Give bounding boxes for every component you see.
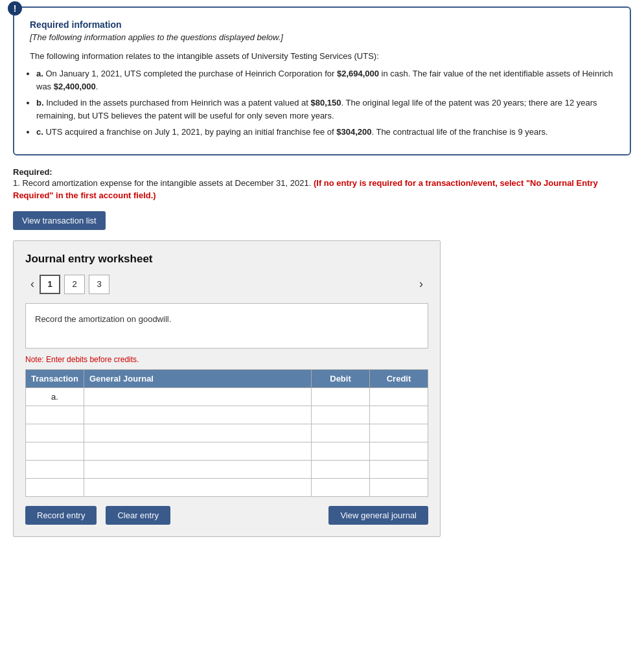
prev-tab-button[interactable]: ‹ (25, 276, 40, 292)
required-instruction: 1. Record amortization expense for the i… (13, 177, 631, 202)
debit-input-5[interactable] (312, 461, 369, 478)
tab-2[interactable]: 2 (64, 275, 85, 294)
transaction-cell-a: a. (26, 387, 84, 406)
table-row (26, 442, 428, 460)
tab-navigation: ‹ 1 2 3 › (25, 275, 428, 294)
col-header-credit: Credit (370, 369, 428, 387)
credit-cell-3[interactable] (370, 424, 428, 442)
debit-cell-5[interactable] (312, 460, 370, 478)
info-icon: ! (8, 1, 22, 16)
debit-input-2[interactable] (312, 406, 369, 424)
button-row: Record entry Clear entry View general jo… (25, 506, 428, 525)
tab-1[interactable]: 1 (40, 275, 60, 294)
general-journal-cell-1[interactable] (84, 387, 312, 406)
journal-worksheet: Journal entry worksheet ‹ 1 2 3 › Record… (13, 240, 441, 537)
info-subtitle: [The following information applies to th… (30, 32, 614, 42)
info-title: Required information (30, 19, 614, 30)
description-text: Record the amortization on goodwill. (35, 314, 171, 324)
info-list: a. On January 1, 2021, UTS completed the… (36, 67, 614, 139)
transaction-cell-2 (26, 406, 84, 424)
credit-cell-5[interactable] (370, 460, 428, 478)
general-journal-input-2[interactable] (84, 406, 311, 424)
tab-3[interactable]: 3 (89, 275, 109, 294)
credit-input-1[interactable] (370, 388, 428, 406)
table-row (26, 406, 428, 424)
instruction-text: 1. Record amortization expense for the i… (13, 178, 314, 188)
transaction-cell-4 (26, 442, 84, 460)
debit-cell-3[interactable] (312, 424, 370, 442)
col-header-transaction: Transaction (26, 369, 84, 387)
credit-input-3[interactable] (370, 424, 428, 442)
note-text: Note: Enter debits before credits. (25, 355, 428, 364)
table-row (26, 478, 428, 496)
debit-cell-2[interactable] (312, 406, 370, 424)
view-transaction-list-button[interactable]: View transaction list (13, 211, 106, 230)
credit-cell-1[interactable] (370, 387, 428, 406)
list-item-a: a. On January 1, 2021, UTS completed the… (36, 67, 614, 93)
credit-cell-4[interactable] (370, 442, 428, 460)
table-row (26, 460, 428, 478)
general-journal-input-6[interactable] (84, 479, 311, 496)
general-journal-input-4[interactable] (84, 442, 311, 460)
credit-cell-6[interactable] (370, 478, 428, 496)
debit-cell-4[interactable] (312, 442, 370, 460)
debit-input-6[interactable] (312, 479, 369, 496)
general-journal-cell-6[interactable] (84, 478, 312, 496)
credit-input-2[interactable] (370, 406, 428, 424)
description-box: Record the amortization on goodwill. (25, 303, 428, 349)
next-tab-button[interactable]: › (414, 276, 428, 292)
debit-cell-6[interactable] (312, 478, 370, 496)
table-row: a. (26, 387, 428, 406)
list-item-b: b. Included in the assets purchased from… (36, 97, 614, 122)
info-intro: The following information relates to the… (30, 51, 614, 61)
required-label: Required: (13, 167, 631, 177)
list-item-c: c. UTS acquired a franchise on July 1, 2… (36, 126, 614, 139)
debit-input-4[interactable] (312, 442, 369, 460)
clear-entry-button[interactable]: Clear entry (106, 506, 170, 525)
transaction-cell-3 (26, 424, 84, 442)
journal-table: Transaction General Journal Debit Credit… (25, 369, 428, 497)
transaction-cell-5 (26, 460, 84, 478)
view-general-journal-button[interactable]: View general journal (328, 506, 428, 525)
general-journal-cell-2[interactable] (84, 406, 312, 424)
general-journal-input-5[interactable] (84, 461, 311, 478)
credit-cell-2[interactable] (370, 406, 428, 424)
transaction-cell-6 (26, 478, 84, 496)
debit-input-3[interactable] (312, 424, 369, 442)
required-section: Required: 1. Record amortization expense… (13, 167, 631, 202)
credit-input-5[interactable] (370, 461, 428, 478)
col-header-general-journal: General Journal (84, 369, 312, 387)
general-journal-cell-3[interactable] (84, 424, 312, 442)
general-journal-cell-4[interactable] (84, 442, 312, 460)
debit-cell-1[interactable] (312, 387, 370, 406)
journal-title: Journal entry worksheet (25, 253, 428, 266)
credit-input-4[interactable] (370, 442, 428, 460)
col-header-debit: Debit (312, 369, 370, 387)
debit-input-1[interactable] (312, 388, 369, 406)
info-box: ! Required information [The following in… (13, 6, 631, 155)
general-journal-input-3[interactable] (84, 424, 311, 442)
credit-input-6[interactable] (370, 479, 428, 496)
general-journal-cell-5[interactable] (84, 460, 312, 478)
table-row (26, 424, 428, 442)
record-entry-button[interactable]: Record entry (25, 506, 97, 525)
general-journal-input-1[interactable] (84, 388, 311, 406)
